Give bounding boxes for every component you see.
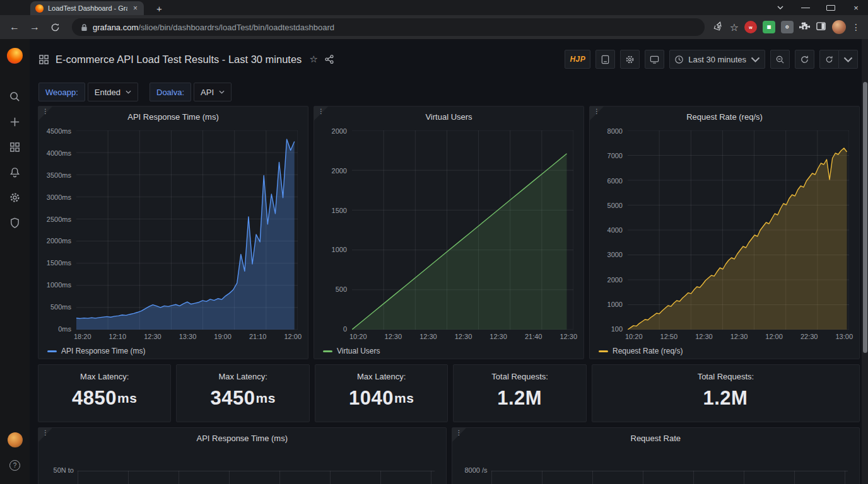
grafana-favicon: [35, 4, 44, 13]
panel-request-rate: ⋮ Request Rate (req/s) 80007000600050004…: [589, 106, 860, 359]
stat-value: 1040ms: [349, 381, 414, 422]
side-panel-icon[interactable]: [816, 21, 826, 34]
browser-tab[interactable]: LoadTest Dashboard - Grafana ×: [30, 1, 144, 15]
save-dashboard-button[interactable]: [595, 50, 615, 69]
back-icon[interactable]: ←: [6, 19, 23, 35]
stat-panel-total-requests-2: Total Requests: 1.2M: [592, 364, 860, 422]
bookmark-star-icon[interactable]: ☆: [730, 21, 739, 33]
stat-panel-max-latency-3: Max Latency: 1040ms: [315, 364, 448, 422]
y-axis-labels: 4500ms4000ms3500ms3000ms2500ms2000ms1500…: [44, 127, 76, 333]
clock-icon: [674, 55, 684, 64]
panel-request-rate-bottom: ⋮ Request Rate 8000 /s: [452, 427, 860, 484]
page-scrollbar[interactable]: [862, 39, 868, 484]
tab-search-chevron-icon[interactable]: [776, 3, 785, 12]
browser-toolbar: ← → grafana.com/slioe/bin/dashboardrs/lo…: [0, 15, 868, 39]
create-plus-icon[interactable]: [0, 109, 30, 134]
alerting-bell-icon[interactable]: [0, 159, 30, 185]
dashboard-settings-button[interactable]: [620, 50, 640, 69]
help-icon[interactable]: ?: [0, 452, 30, 478]
panel-menu-icon[interactable]: ⋮: [42, 430, 49, 436]
plot-area[interactable]: 50N to: [45, 462, 437, 484]
window-maximize-button[interactable]: [826, 5, 835, 11]
window-minimize-button[interactable]: [801, 8, 810, 8]
panel-title[interactable]: API Response Time (ms): [38, 107, 308, 124]
legend-swatch: [323, 350, 332, 352]
share-page-icon[interactable]: [713, 21, 724, 34]
x-axis-labels: 10:2012:3012:3012:3012:3021:4012:30: [347, 330, 584, 343]
stat-panel-max-latency-2: Max Latency: 3450ms: [176, 364, 309, 422]
add-panel-button[interactable]: HJP: [565, 50, 590, 69]
grafana-logo[interactable]: [7, 48, 23, 64]
extension-icon-gray[interactable]: ⊙: [781, 21, 794, 33]
refresh-interval-chevron[interactable]: [839, 50, 858, 69]
legend-item[interactable]: Request Rate (req/s): [590, 343, 859, 359]
url-path: /slioe/bin/dashboardrs/loadTest/bin/load…: [138, 23, 334, 32]
legend-item[interactable]: Virtual Users: [314, 343, 584, 359]
stat-panel-total-requests-1: Total Requests: 1.2M: [453, 364, 586, 422]
refresh-button[interactable]: [795, 50, 814, 69]
scrollbar-thumb[interactable]: [863, 82, 867, 353]
chevron-down-icon: [843, 55, 853, 64]
time-range-label: Last 30 minutes: [688, 55, 746, 64]
stat-panel-max-latency-1: Max Latency: 4850ms: [38, 364, 171, 422]
configuration-gear-icon[interactable]: [0, 185, 30, 210]
stat-label: Max Latency:: [80, 372, 129, 381]
zoom-out-button[interactable]: [770, 50, 790, 69]
share-dashboard-icon[interactable]: [324, 54, 334, 64]
filter-row: Weoapp: Entded Doalva: API: [30, 79, 868, 105]
panel-title[interactable]: Request Rate: [452, 428, 860, 446]
time-range-picker[interactable]: Last 30 minutes: [669, 50, 765, 69]
extensions-puzzle-icon[interactable]: [799, 21, 810, 34]
reload-icon[interactable]: [47, 19, 63, 35]
stat-value: 1.2M: [497, 381, 542, 422]
dashboards-breadcrumb-icon[interactable]: [38, 54, 49, 65]
user-avatar[interactable]: [0, 427, 30, 452]
browser-menu-kebab-icon[interactable]: ⋮: [852, 22, 860, 32]
legend-item[interactable]: API Response Time (ms): [38, 343, 308, 359]
profile-avatar[interactable]: [832, 20, 846, 34]
lock-icon: [81, 23, 88, 32]
forward-icon[interactable]: →: [26, 19, 43, 35]
stat-label: Max Latency:: [219, 372, 267, 381]
y-axis-label: 8000 /s: [459, 466, 488, 474]
y-axis-labels: 20002000150010005000: [319, 127, 352, 333]
extension-icon-green[interactable]: ▦: [763, 21, 775, 33]
tv-mode-button[interactable]: [645, 50, 664, 69]
chevron-down-icon: [126, 90, 131, 94]
grid-lines: [491, 471, 848, 484]
tab-close-icon[interactable]: ×: [132, 4, 139, 13]
url-domain: grafana.com: [93, 23, 138, 32]
legend-swatch: [599, 350, 608, 352]
panel-title[interactable]: Request Rate (req/s): [590, 107, 859, 124]
extension-icon-red[interactable]: w: [744, 21, 757, 33]
refresh-interval-button[interactable]: [819, 50, 839, 69]
admin-shield-icon[interactable]: [0, 210, 30, 235]
variable-select-1[interactable]: Entded: [88, 83, 138, 101]
search-icon[interactable]: [0, 84, 30, 109]
panel-menu-icon[interactable]: ⋮: [42, 108, 49, 115]
y-axis-label: 50N to: [45, 466, 74, 474]
panel-title[interactable]: API Response Time (ms): [38, 428, 446, 446]
panel-menu-icon[interactable]: ⋮: [318, 108, 324, 115]
new-tab-button[interactable]: +: [153, 3, 166, 15]
variable-select-2[interactable]: API: [194, 83, 232, 101]
tab-title: LoadTest Dashboard - Grafana: [48, 4, 127, 12]
plot-area[interactable]: 8000 /s: [459, 462, 851, 484]
panel-menu-icon[interactable]: ⋮: [456, 430, 462, 436]
panel-title[interactable]: Virtual Users: [314, 107, 584, 124]
panel-api-response-time: ⋮ API Response Time (ms) 4500ms4000ms350…: [38, 106, 308, 359]
plot-area[interactable]: [76, 130, 298, 330]
window-close-button[interactable]: ×: [852, 3, 860, 12]
panel-menu-icon[interactable]: ⋮: [594, 108, 600, 115]
browser-tab-bar: LoadTest Dashboard - Grafana × + ×: [0, 0, 868, 15]
chevron-down-icon: [751, 55, 760, 64]
plot-area[interactable]: [628, 130, 849, 330]
dashboards-grid-icon[interactable]: [0, 134, 30, 159]
plot-area[interactable]: [352, 130, 573, 330]
favorite-star-icon[interactable]: ☆: [309, 54, 317, 65]
y-axis-labels: 80007000600050004000300020001000100: [595, 127, 628, 333]
stat-value: 1.2M: [703, 381, 748, 422]
x-axis-labels: 10:2012:5012:3012:3012:0022:3013:00: [623, 330, 859, 343]
url-bar[interactable]: grafana.com/slioe/bin/dashboardrs/loadTe…: [72, 18, 705, 36]
stat-value: 3450ms: [211, 381, 276, 422]
